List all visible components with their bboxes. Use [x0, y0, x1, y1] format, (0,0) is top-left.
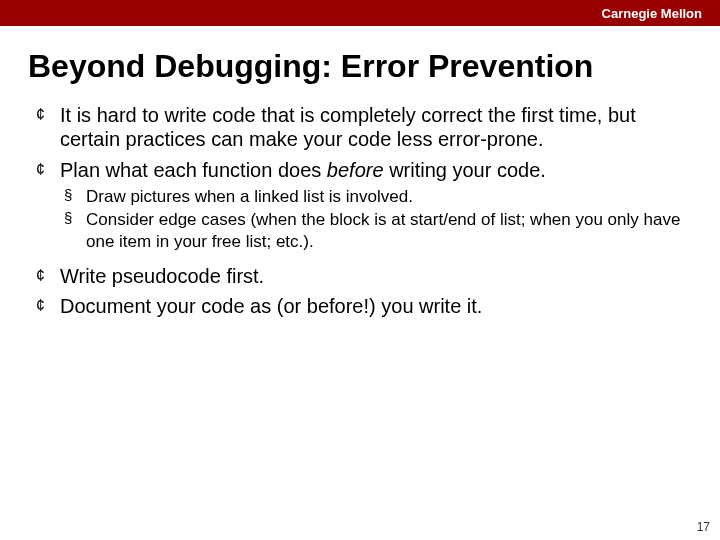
sub-bullet-item: Consider edge cases (when the block is a…: [60, 209, 692, 252]
bullet-item: Plan what each function does before writ…: [28, 158, 692, 252]
bullet-text-post: writing your code.: [384, 159, 546, 181]
sub-bullet-item: Draw pictures when a linked list is invo…: [60, 186, 692, 207]
bullet-text-pre: Plan what each function does: [60, 159, 327, 181]
slide: Carnegie Mellon Beyond Debugging: Error …: [0, 0, 720, 540]
bullet-item: Write pseudocode first.: [28, 264, 692, 288]
org-label: Carnegie Mellon: [602, 6, 702, 21]
page-number: 17: [697, 520, 710, 534]
bullet-text: It is hard to write code that is complet…: [60, 104, 636, 150]
sub-bullet-list: Draw pictures when a linked list is invo…: [60, 186, 692, 252]
bullet-text: Document your code as (or before!) you w…: [60, 295, 482, 317]
bullet-text-em: before: [327, 159, 384, 181]
bullet-text: Write pseudocode first.: [60, 265, 264, 287]
slide-title: Beyond Debugging: Error Prevention: [0, 26, 720, 103]
header-bar: Carnegie Mellon: [0, 0, 720, 26]
bullet-list: It is hard to write code that is complet…: [28, 103, 692, 252]
sub-bullet-text: Draw pictures when a linked list is invo…: [86, 187, 413, 206]
bullet-list: Write pseudocode first. Document your co…: [28, 264, 692, 319]
content-area: It is hard to write code that is complet…: [0, 103, 720, 319]
bullet-item: Document your code as (or before!) you w…: [28, 294, 692, 318]
bullet-item: It is hard to write code that is complet…: [28, 103, 692, 152]
sub-bullet-text: Consider edge cases (when the block is a…: [86, 210, 680, 250]
